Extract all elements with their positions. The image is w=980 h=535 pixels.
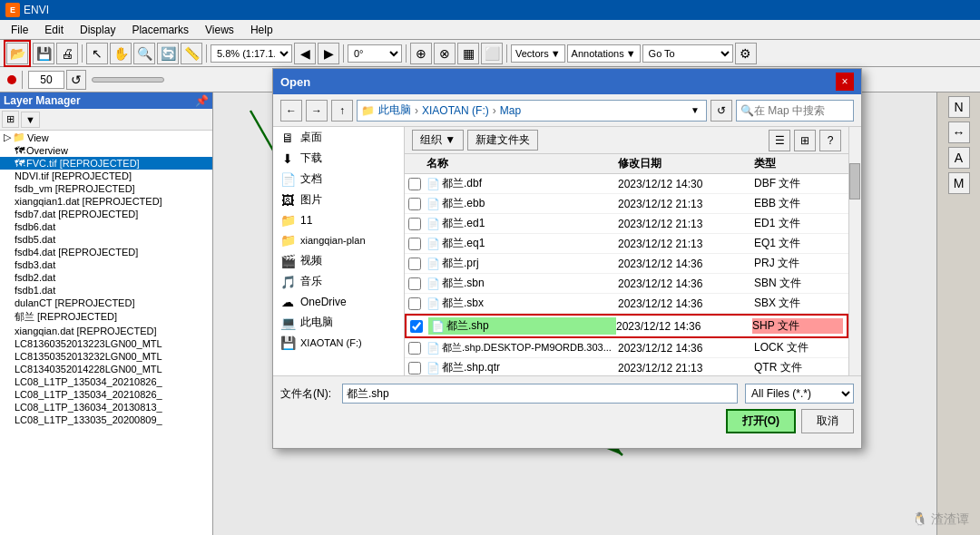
file-row-ed1[interactable]: 📄 都兰.ed1 2023/12/12 21:13 ED1 文件 [405, 214, 848, 234]
path-dropdown-icon[interactable]: ▼ [688, 103, 702, 118]
btn-c[interactable]: ▦ [457, 43, 479, 64]
layer-item-fvc[interactable]: 🗺 FVC.tif [REPROJECTED] [0, 157, 212, 170]
file-row-prj[interactable]: 📄 都兰.prj 2023/12/12 14:36 PRJ 文件 [405, 254, 848, 274]
annotations-button[interactable]: Annotations ▼ [567, 44, 641, 63]
layer-item-view[interactable]: ▷ 📁 View [0, 131, 212, 144]
scrollbar-thumb[interactable] [849, 163, 860, 199]
nav-desktop[interactable]: 🖥 桌面 [273, 127, 404, 148]
rotate-button[interactable]: 🔄 [157, 43, 179, 64]
layer-item-lc7[interactable]: LC08_L1TP_133035_20200809_ [0, 413, 212, 426]
nav-video[interactable]: 🎬 视频 [273, 250, 404, 271]
measure-button[interactable]: 📏 [181, 43, 202, 64]
nav-pictures[interactable]: 🖼 图片 [273, 190, 404, 210]
open-button[interactable]: 打开(O) [726, 409, 796, 433]
path-segment-computer[interactable]: 此电脑 [378, 102, 411, 118]
layer-item-fsdbvm[interactable]: fsdb_vm [REPROJECTED] [0, 182, 212, 195]
refresh-button[interactable]: ↺ [66, 70, 86, 90]
file-row-lock[interactable]: 📄 都兰.shp.DESKTOP-PM9ORDB.303... 2023/12/… [405, 338, 848, 358]
pan-button[interactable]: ✋ [110, 43, 132, 64]
layer-item-lc1[interactable]: LC81360352013223LGN00_MTL [0, 337, 212, 350]
btn-b[interactable]: ⊗ [434, 43, 456, 64]
file-checkbox-shp[interactable] [410, 320, 423, 333]
zoom-slider[interactable] [92, 77, 164, 83]
file-checkbox-qtr[interactable] [408, 362, 421, 374]
file-row-ebb[interactable]: 📄 都兰.ebb 2023/12/12 21:13 EBB 文件 [405, 194, 848, 214]
file-row-shp[interactable]: 📄 都兰.shp 2023/12/12 14:36 SHP 文件 [405, 314, 848, 338]
file-checkbox-ed1[interactable] [408, 218, 421, 230]
layer-item-lc4[interactable]: LC08_L1TP_135034_20210826_ [0, 375, 212, 388]
menu-views[interactable]: Views [198, 22, 241, 38]
right-btn2[interactable]: ↔ [948, 122, 970, 143]
layer-item-lc2[interactable]: LC81350352013232LGN00_MTL [0, 350, 212, 363]
layer-item-fsdb2[interactable]: fsdb2.dat [0, 271, 212, 284]
search-input[interactable] [754, 104, 845, 117]
filename-input[interactable] [342, 384, 738, 404]
nav-onedrive[interactable]: ☁ OneDrive [273, 292, 404, 312]
cancel-button[interactable]: 取消 [801, 409, 854, 433]
col-type[interactable]: 类型 [754, 156, 845, 171]
nav-up-button[interactable]: ↑ [331, 100, 353, 122]
file-row-qtr[interactable]: 📄 都兰.shp.qtr 2023/12/12 21:13 QTR 文件 [405, 358, 848, 375]
rotation-select[interactable]: 0° [348, 44, 402, 63]
nav-11[interactable]: 📁 11 [273, 210, 404, 230]
zoom-in-button[interactable]: 🔍 [133, 43, 155, 64]
zoom-next-button[interactable]: ▶ [318, 43, 339, 64]
new-folder-button[interactable]: 新建文件夹 [467, 130, 538, 151]
layer-item-lc3[interactable]: LC81340352014228LGN00_MTL [0, 363, 212, 375]
file-checkbox-sbn[interactable] [408, 277, 421, 290]
layer-item-lc5[interactable]: LC08_L1TP_135034_20210826_ [0, 388, 212, 401]
dialog-close-button[interactable]: × [836, 73, 854, 91]
layer-item-fsdb3[interactable]: fsdb3.dat [0, 258, 212, 271]
layer-item-fsdb1[interactable]: fsdb1.dat [0, 284, 212, 297]
zoom-prev-button[interactable]: ◀ [294, 43, 316, 64]
file-checkbox-lock[interactable] [408, 342, 421, 355]
layer-toolbar-btn1[interactable]: ⊞ [2, 111, 19, 128]
right-btn3[interactable]: A [948, 147, 970, 169]
pointer-button[interactable]: ↖ [86, 43, 108, 64]
layer-item-lc6[interactable]: LC08_L1TP_136034_20130813_ [0, 401, 212, 413]
file-checkbox-dbf[interactable] [408, 178, 421, 190]
layer-item-fsdb6[interactable]: fsdb6.dat [0, 220, 212, 233]
layer-item-fsdb4[interactable]: fsdb4.dat [REPROJECTED] [0, 246, 212, 258]
file-row-sbx[interactable]: 📄 都兰.sbx 2023/12/12 14:36 SBX 文件 [405, 294, 848, 314]
layer-item-xq[interactable]: xiangqian.dat [REPROJECTED] [0, 325, 212, 337]
nav-computer[interactable]: 💻 此电脑 [273, 312, 404, 333]
filetype-dropdown[interactable]: All Files (*.*) [745, 384, 854, 404]
col-date[interactable]: 修改日期 [618, 156, 754, 171]
col-name[interactable]: 名称 [426, 156, 618, 171]
file-row-eq1[interactable]: 📄 都兰.eq1 2023/12/12 21:13 EQ1 文件 [405, 234, 848, 254]
layer-item-fsdb5[interactable]: fsdb5.dat [0, 233, 212, 246]
settings-button[interactable]: ⚙ [735, 43, 757, 64]
file-list-scrollbar[interactable] [848, 127, 861, 375]
save-button[interactable]: 💾 [33, 43, 54, 64]
layer-item-yulan[interactable]: 郁兰 [REPROJECTED] [0, 309, 212, 325]
nav-music[interactable]: 🎵 音乐 [273, 271, 404, 292]
file-checkbox-prj[interactable] [408, 258, 421, 270]
menu-edit[interactable]: Edit [37, 22, 71, 38]
btn-d[interactable]: ⬜ [481, 43, 503, 64]
layer-item-overview[interactable]: 🗺 Overview [0, 144, 212, 157]
nav-forward-button[interactable]: → [306, 100, 328, 122]
layer-toolbar-btn2[interactable]: ▼ [21, 112, 40, 128]
nav-downloads[interactable]: ⬇ 下载 [273, 148, 404, 169]
print-button[interactable]: 🖨 [56, 43, 78, 64]
layer-item-dulan[interactable]: dulanCT [REPROJECTED] [0, 297, 212, 309]
menu-placemarks[interactable]: Placemarks [124, 22, 196, 38]
layer-item-ndvi[interactable]: NDVI.tif [REPROJECTED] [0, 170, 212, 182]
layer-manager-pin-icon[interactable]: 📌 [195, 94, 209, 107]
goto-dropdown[interactable]: Go To [642, 44, 733, 63]
menu-help[interactable]: Help [243, 22, 280, 38]
path-segment-folder[interactable]: Map [500, 104, 521, 117]
file-row-sbn[interactable]: 📄 都兰.sbn 2023/12/12 14:36 SBN 文件 [405, 274, 848, 294]
right-btn4[interactable]: M [948, 172, 970, 194]
vectors-button[interactable]: Vectors ▼ [511, 44, 565, 63]
view-details-button[interactable]: ⊞ [794, 130, 816, 151]
organize-button[interactable]: 组织 ▼ [412, 130, 464, 151]
overview-zoom-input[interactable] [28, 71, 64, 89]
nav-drive-f[interactable]: 💾 XIAOTAN (F:) [273, 333, 404, 353]
menu-file[interactable]: File [4, 22, 35, 38]
file-checkbox-eq1[interactable] [408, 238, 421, 250]
file-checkbox-sbx[interactable] [408, 297, 421, 310]
nav-refresh-button[interactable]: ↺ [710, 100, 732, 122]
nav-back-button[interactable]: ← [280, 100, 302, 122]
